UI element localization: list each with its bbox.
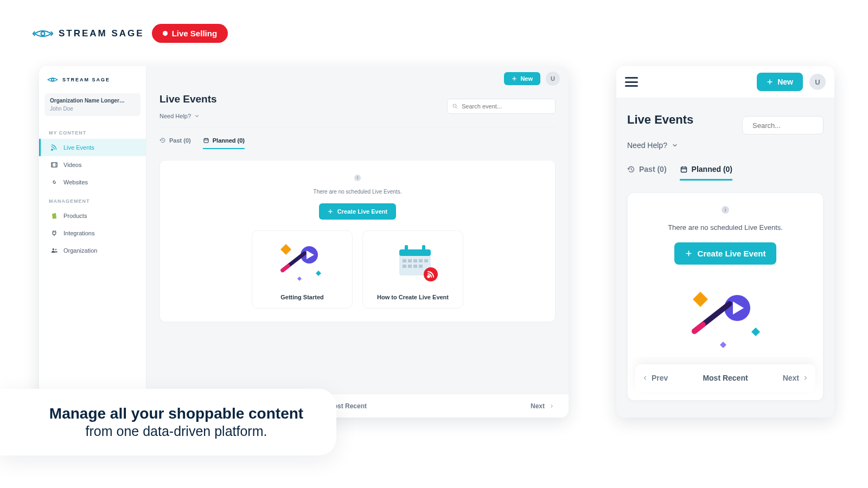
sidebar-item-videos[interactable]: Videos	[39, 156, 146, 174]
svg-point-2	[52, 149, 53, 150]
sidebar-item-products[interactable]: Products	[39, 207, 146, 224]
new-button[interactable]: New	[504, 72, 540, 85]
sort-label[interactable]: Most Recent	[703, 374, 748, 382]
svg-rect-27	[681, 167, 686, 172]
svg-rect-14	[422, 245, 425, 252]
svg-rect-20	[403, 265, 406, 268]
help-label: Need Help?	[159, 113, 191, 119]
calendar-icon	[680, 165, 688, 174]
create-live-event-button[interactable]: Create Live Event	[319, 203, 396, 220]
svg-rect-3	[52, 163, 58, 167]
mini-brand-name: STREAM SAGE	[62, 77, 110, 82]
svg-rect-21	[408, 265, 412, 268]
avatar[interactable]: U	[546, 72, 560, 86]
main-area: New U Live Events Need Help? Past (0)	[146, 66, 569, 418]
help-toggle[interactable]: Need Help?	[627, 141, 824, 150]
help-card-how-to-create[interactable]: How to Create Live Event	[362, 230, 463, 309]
svg-rect-15	[403, 259, 406, 262]
hamburger-icon[interactable]	[625, 77, 638, 87]
bottom-nav: Prev Most Recent Next	[635, 364, 815, 391]
help-toggle[interactable]: Need Help?	[159, 113, 556, 127]
svg-point-24	[424, 267, 438, 281]
eye-logo-icon	[47, 76, 59, 84]
tab-planned[interactable]: Planned (0)	[680, 165, 732, 181]
eye-logo-icon	[33, 27, 53, 40]
cta-label: Create Live Event	[698, 249, 766, 258]
tab-past[interactable]: Past (0)	[159, 137, 191, 149]
tabs: Past (0) Planned (0)	[159, 137, 556, 149]
chevron-right-icon	[549, 403, 554, 409]
live-pill-label: Live Selling	[172, 29, 217, 38]
tab-past[interactable]: Past (0)	[627, 165, 667, 181]
chevron-left-icon	[642, 375, 648, 381]
search-box[interactable]	[742, 116, 824, 134]
sidebar-item-integrations[interactable]: Integrations	[39, 224, 146, 242]
wand-play-illustration	[258, 240, 347, 288]
help-card-getting-started[interactable]: Getting Started	[252, 230, 353, 309]
link-icon	[50, 178, 58, 186]
svg-point-0	[41, 31, 45, 35]
sidebar-item-label: Websites	[63, 179, 88, 185]
help-cards: Getting Started	[171, 230, 544, 309]
tab-label: Past (0)	[169, 137, 191, 144]
history-icon	[627, 165, 635, 174]
wand-play-illustration	[642, 286, 809, 357]
broadcast-icon	[50, 144, 58, 151]
next-button[interactable]: Next	[783, 374, 809, 382]
user-name: John Doe	[50, 106, 135, 112]
sidebar-item-live-events[interactable]: Live Events	[39, 139, 146, 156]
svg-rect-12	[399, 249, 431, 256]
tab-planned[interactable]: Planned (0)	[203, 137, 245, 149]
new-button[interactable]: New	[757, 73, 803, 91]
info-icon	[354, 175, 361, 181]
new-label: New	[520, 75, 533, 82]
shopify-icon	[50, 212, 58, 220]
mini-logo: STREAM SAGE	[39, 66, 146, 90]
svg-point-4	[53, 248, 55, 251]
help-card-title: Getting Started	[258, 294, 347, 300]
prev-button[interactable]: Prev	[642, 374, 668, 382]
plus-icon	[512, 76, 517, 81]
help-card-title: How to Create Live Event	[368, 294, 457, 300]
tab-label: Past (0)	[639, 165, 667, 174]
people-icon	[50, 247, 58, 254]
live-selling-pill[interactable]: Live Selling	[152, 24, 228, 43]
sidebar-item-label: Organization	[63, 247, 97, 254]
svg-rect-17	[413, 259, 417, 262]
create-live-event-button[interactable]: Create Live Event	[674, 242, 777, 265]
help-card-getting-started[interactable]	[635, 275, 815, 357]
search-input[interactable]	[462, 103, 551, 110]
empty-state-card: There are no scheduled Live Events. Crea…	[627, 192, 824, 401]
chevron-right-icon	[802, 375, 809, 381]
cta-label: Create Live Event	[337, 208, 387, 215]
sidebar-item-websites[interactable]: Websites	[39, 174, 146, 191]
search-box[interactable]	[447, 99, 556, 114]
brand-bar: STREAM SAGE Live Selling	[33, 24, 228, 43]
sidebar-item-organization[interactable]: Organization	[39, 242, 146, 259]
search-input[interactable]	[752, 121, 834, 130]
tagline-line-1: Manage all your shoppable content	[33, 405, 320, 422]
tab-label: Planned (0)	[692, 165, 732, 174]
help-label: Need Help?	[627, 141, 667, 150]
sidebar-item-label: Integrations	[63, 230, 94, 236]
mobile-preview: New U Live Events Need Help? Past (0) Pl…	[616, 66, 834, 418]
brand-logo: STREAM SAGE	[33, 27, 144, 40]
tagline: Manage all your shoppable content from o…	[0, 389, 336, 455]
next-button[interactable]: Next	[531, 402, 554, 410]
svg-rect-7	[204, 139, 208, 143]
topbar: New U	[146, 66, 569, 91]
empty-state-card: There are no scheduled Live Events. Crea…	[159, 160, 556, 322]
svg-rect-16	[408, 259, 412, 262]
avatar[interactable]: U	[809, 74, 826, 90]
content-area: Live Events Need Help? Past (0) Planned	[146, 91, 569, 418]
org-card[interactable]: Organization Name Longer… John Doe	[44, 93, 141, 116]
new-label: New	[777, 78, 793, 86]
svg-rect-22	[413, 265, 417, 268]
film-icon	[50, 161, 58, 169]
side-heading-management: MANAGEMENT	[39, 191, 146, 207]
svg-rect-13	[405, 245, 408, 252]
brand-name: STREAM SAGE	[59, 28, 144, 39]
tab-label: Planned (0)	[213, 137, 245, 144]
mobile-topbar: New U	[616, 66, 834, 98]
side-heading-content: MY CONTENT	[39, 123, 146, 139]
